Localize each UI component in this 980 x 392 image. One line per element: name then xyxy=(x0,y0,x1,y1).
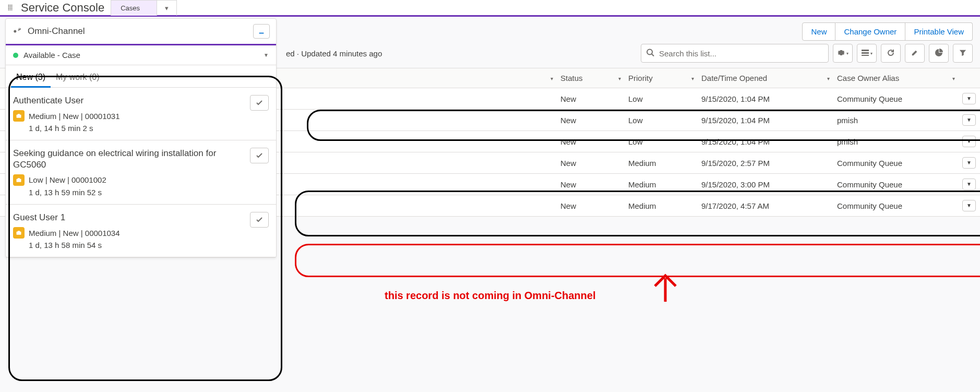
caret-down-icon: ▼ xyxy=(962,93,976,104)
cell-owner: pmish xyxy=(833,131,958,152)
cell-status: New xyxy=(556,88,624,110)
cell-priority: Low xyxy=(624,131,697,152)
app-launcher-icon[interactable]: ⁞⁞⁞ xyxy=(0,0,19,16)
row-action-menu[interactable]: ▼ xyxy=(958,110,980,131)
filter-button[interactable] xyxy=(953,44,973,63)
row-action-menu[interactable]: ▼ xyxy=(958,174,980,195)
annotation-text: this record is not coming in Omni-Channe… xyxy=(385,290,595,302)
accept-work-button[interactable] xyxy=(250,212,269,228)
list-controls-button[interactable]: ▾ xyxy=(833,44,853,63)
row-action-menu[interactable]: ▼ xyxy=(958,88,980,110)
svg-line-1 xyxy=(652,54,654,56)
svg-rect-2 xyxy=(862,50,869,51)
row-action-menu[interactable]: ▼ xyxy=(958,131,980,152)
cell-owner: Community Queue xyxy=(833,195,958,217)
row-action-menu[interactable]: ▼ xyxy=(958,195,980,217)
svg-rect-8 xyxy=(17,115,21,118)
app-name: Service Console xyxy=(19,1,111,15)
new-button[interactable]: New xyxy=(802,22,835,41)
workspace-tab-cases[interactable]: Cases xyxy=(111,0,157,16)
tab-my-work[interactable]: My work (0) xyxy=(51,68,105,87)
caret-down-icon: ▼ xyxy=(962,157,976,169)
search-icon xyxy=(646,49,654,58)
case-icon xyxy=(13,227,25,239)
work-item-time: 1 d, 14 h 5 min 2 s xyxy=(29,124,246,133)
pie-chart-icon xyxy=(935,49,943,58)
tab-new[interactable]: New (3) xyxy=(11,68,51,87)
cell-opened: 9/15/2020, 2:57 PM xyxy=(697,152,833,174)
cell-opened: 9/15/2020, 3:00 PM xyxy=(697,174,833,195)
caret-down-icon: ▼ xyxy=(962,200,976,211)
work-item-title: Guest User 1 xyxy=(13,212,246,223)
cell-owner: Community Queue xyxy=(833,152,958,174)
search-input[interactable] xyxy=(641,44,829,63)
work-item-time: 1 d, 13 h 59 min 52 s xyxy=(29,188,246,197)
svg-rect-12 xyxy=(17,232,21,235)
change-owner-button[interactable]: Change Owner xyxy=(835,22,905,41)
display-as-button[interactable]: ▾ xyxy=(857,44,877,63)
work-item[interactable]: Authenticate User Medium | New | 0000103… xyxy=(6,88,276,140)
svg-point-0 xyxy=(647,50,652,55)
svg-point-5 xyxy=(14,30,16,33)
tab-label: Cases xyxy=(121,4,140,12)
status-online-icon xyxy=(13,53,18,58)
chevron-down-icon: ▾ xyxy=(952,75,955,81)
svg-rect-11 xyxy=(18,178,20,179)
work-item-title: Seeking guidance on electrical wiring in… xyxy=(13,148,246,170)
work-item-time: 1 d, 13 h 58 min 54 s xyxy=(29,241,246,250)
cell-status: New xyxy=(556,131,624,152)
chart-button[interactable] xyxy=(929,44,949,63)
omni-icon xyxy=(12,26,22,37)
work-item-meta: Medium | New | 00001031 xyxy=(29,112,120,121)
cell-priority: Medium xyxy=(624,195,697,217)
work-item[interactable]: Guest User 1 Medium | New | 00001034 1 d… xyxy=(6,205,276,257)
row-action-menu[interactable]: ▼ xyxy=(958,152,980,174)
col-owner[interactable]: Case Owner Alias▾ xyxy=(833,68,958,88)
cell-opened: 9/15/2020, 1:04 PM xyxy=(697,88,833,110)
col-opened[interactable]: Date/Time Opened▾ xyxy=(697,68,833,88)
col-priority[interactable]: Priority▾ xyxy=(624,68,697,88)
omni-title: Omni-Channel xyxy=(28,26,253,37)
chevron-down-icon: ▾ xyxy=(551,75,553,81)
svg-rect-4 xyxy=(862,55,869,56)
col-actions xyxy=(958,68,980,88)
minimize-button[interactable] xyxy=(253,24,270,39)
caret-down-icon: ▼ xyxy=(962,114,976,126)
svg-rect-10 xyxy=(17,179,21,182)
table-icon xyxy=(861,49,869,58)
cell-opened: 9/17/2020, 4:57 AM xyxy=(697,195,833,217)
work-item-meta: Medium | New | 00001034 xyxy=(29,229,120,237)
pencil-icon xyxy=(911,49,918,58)
cell-priority: Medium xyxy=(624,152,697,174)
gear-icon xyxy=(837,49,845,58)
caret-down-icon: ▾ xyxy=(870,51,873,56)
tab-overflow-button[interactable]: ▾ xyxy=(157,0,177,16)
chevron-down-icon: ▾ xyxy=(165,4,169,12)
cell-owner: pmish xyxy=(833,110,958,131)
list-updated-text: ed · Updated 4 minutes ago xyxy=(282,49,382,58)
accept-work-button[interactable] xyxy=(250,148,269,163)
edit-list-button[interactable] xyxy=(905,44,925,63)
cell-status: New xyxy=(556,152,624,174)
case-icon xyxy=(13,110,25,122)
status-text: Available - Case xyxy=(23,51,264,60)
col-label: Status xyxy=(560,74,583,82)
printable-view-button[interactable]: Printable View xyxy=(905,22,973,41)
tab-label: My work (0) xyxy=(56,73,100,81)
svg-rect-13 xyxy=(18,231,20,232)
accept-work-button[interactable] xyxy=(250,95,269,111)
work-item[interactable]: Seeking guidance on electrical wiring in… xyxy=(6,140,276,205)
refresh-icon xyxy=(887,49,895,58)
cell-status: New xyxy=(556,110,624,131)
cell-priority: Medium xyxy=(624,174,697,195)
caret-down-icon: ▼ xyxy=(264,52,269,58)
cell-status: New xyxy=(556,174,624,195)
filter-icon xyxy=(959,49,966,58)
tab-label: New (3) xyxy=(16,73,45,81)
omni-status-selector[interactable]: Available - Case ▼ xyxy=(6,45,276,65)
col-status[interactable]: Status▾ xyxy=(556,68,624,88)
refresh-button[interactable] xyxy=(881,44,901,63)
col-label: Case Owner Alias xyxy=(837,74,899,82)
chevron-down-icon: ▾ xyxy=(618,75,621,81)
caret-down-icon: ▼ xyxy=(962,179,976,190)
